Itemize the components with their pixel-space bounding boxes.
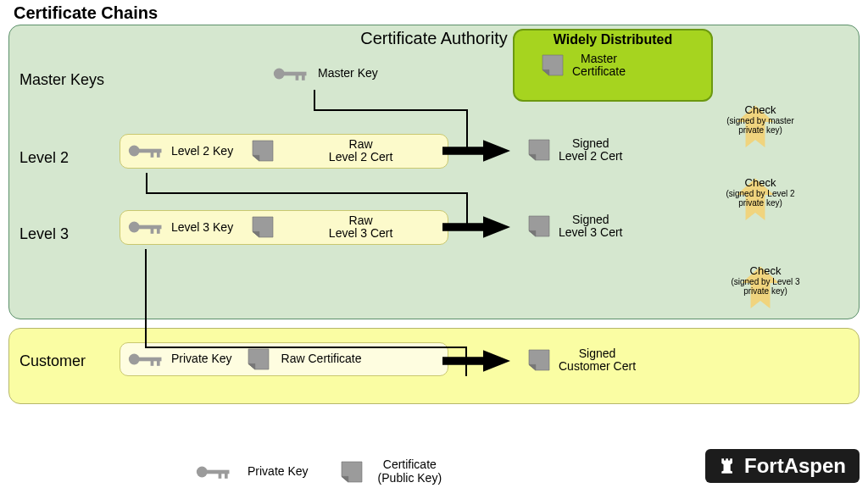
brand-badge: FortAspen xyxy=(705,449,860,483)
page-title: Certificate Chains xyxy=(14,3,860,23)
connector-l3-to-customer xyxy=(8,25,856,398)
key-icon xyxy=(195,461,234,483)
rook-icon xyxy=(719,455,737,477)
brand-text: FortAspen xyxy=(744,454,846,478)
legend-cert-label: Certificate (Public Key) xyxy=(378,458,442,485)
cert-icon xyxy=(339,459,364,485)
legend-key-label: Private Key xyxy=(248,465,309,478)
legend: Private Key Certificate (Public Key) xyxy=(195,458,442,485)
